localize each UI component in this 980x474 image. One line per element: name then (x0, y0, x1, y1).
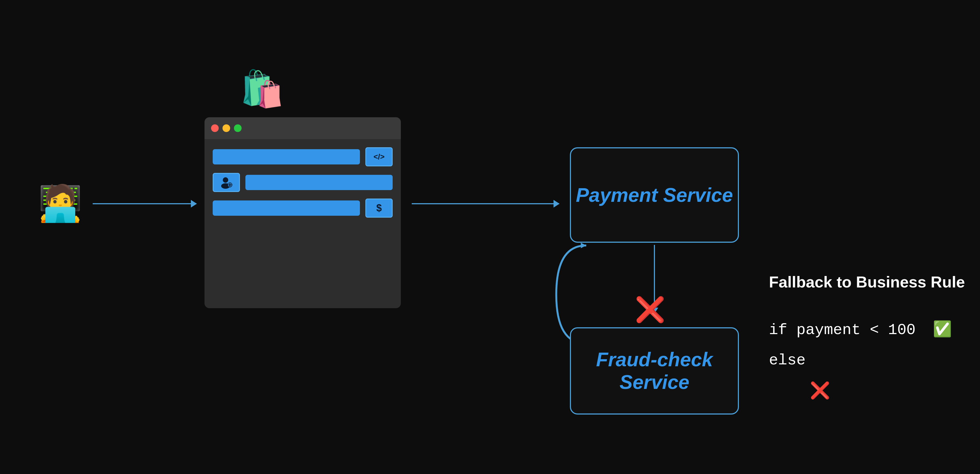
traffic-light-yellow (223, 124, 230, 132)
browser-bar-1 (213, 149, 360, 164)
business-rule-line1: if payment < 100 ✅ (769, 317, 952, 344)
business-rule-line2: else (769, 347, 952, 374)
browser-row-2 (213, 173, 393, 192)
arrow-dev-to-browser (93, 203, 196, 204)
payment-service-box: Payment Service (570, 147, 739, 243)
browser-window: </> $ (205, 117, 401, 308)
fraud-service-box: Fraud-check Service (570, 327, 739, 415)
browser-widget-user (213, 173, 240, 192)
failed-fraud-check-x: ❌ (635, 297, 665, 322)
browser-widget-code: </> (365, 147, 393, 166)
browser-bar-3 (213, 200, 360, 216)
business-rule-block: if payment < 100 ✅ else ❌ (769, 317, 952, 406)
payment-service-label: Payment Service (576, 184, 733, 207)
svg-point-0 (223, 177, 228, 183)
traffic-light-green (234, 124, 242, 132)
fraud-service-label: Fraud-check Service (571, 348, 738, 394)
business-rule-cross: ❌ (769, 377, 952, 406)
browser-titlebar (205, 117, 401, 139)
arrow-browser-to-payment (412, 203, 559, 204)
browser-row-3: $ (213, 199, 393, 218)
traffic-light-red (211, 124, 219, 132)
svg-marker-5 (581, 243, 586, 248)
diagram: 🧑‍💻 🛍️ </> (0, 0, 980, 474)
browser-bar-2 (245, 175, 393, 190)
browser-widget-dollar: $ (365, 199, 393, 218)
check-emoji: ✅ (933, 317, 952, 344)
shopping-bag-emoji: 🛍️ (240, 71, 284, 107)
cross-emoji: ❌ (810, 377, 830, 406)
browser-content: </> $ (205, 139, 401, 226)
browser-row-1: </> (213, 147, 393, 166)
developer-emoji: 🧑‍💻 (38, 186, 82, 221)
fallback-label: Fallback to Business Rule (769, 273, 965, 291)
